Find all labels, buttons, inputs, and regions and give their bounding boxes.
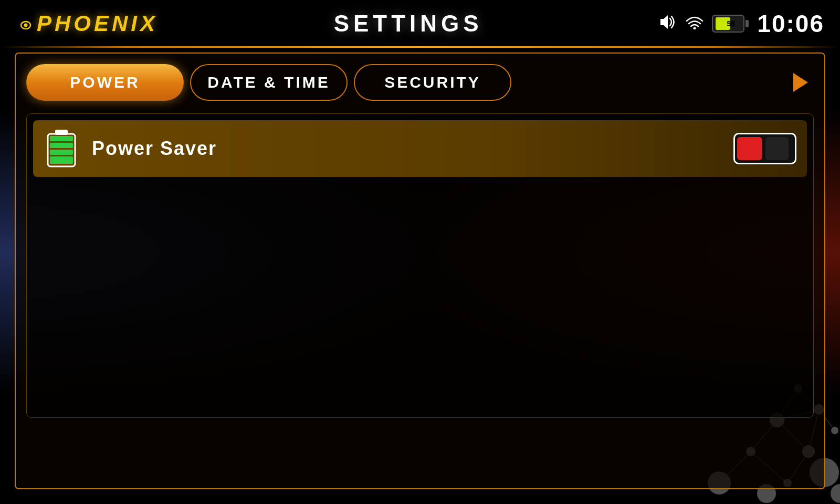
svg-rect-29 bbox=[50, 143, 73, 148]
tab-datetime[interactable]: DATE & TIME bbox=[190, 64, 348, 101]
volume-icon bbox=[658, 14, 677, 34]
main-content: POWER DATE & TIME SECURITY bbox=[15, 52, 825, 489]
svg-marker-24 bbox=[660, 15, 668, 29]
battery-widget: 58 bbox=[712, 15, 749, 33]
power-saver-toggle[interactable] bbox=[733, 133, 796, 164]
toggle-knob bbox=[737, 137, 762, 160]
phoenix-logo-icon bbox=[16, 14, 36, 34]
arrow-right-icon bbox=[793, 73, 808, 92]
status-bar: 58 10:06 bbox=[658, 9, 824, 38]
tab-security[interactable]: SECURITY bbox=[354, 64, 511, 101]
tabs-row: POWER DATE & TIME SECURITY bbox=[26, 64, 814, 101]
top-border-line bbox=[0, 46, 840, 48]
top-bar: PHOENIX SETTINGS 58 bbox=[0, 0, 840, 47]
power-saver-item: Power Saver bbox=[33, 120, 807, 177]
tab-next-arrow[interactable] bbox=[788, 69, 814, 96]
logo: PHOENIX bbox=[16, 11, 158, 36]
clock: 10:06 bbox=[757, 9, 824, 38]
battery-large-icon bbox=[44, 128, 79, 170]
toggle-off-area bbox=[765, 137, 789, 160]
tab-power[interactable]: POWER bbox=[26, 64, 184, 101]
page-title: SETTINGS bbox=[334, 10, 483, 37]
wifi-icon bbox=[686, 15, 704, 33]
content-panel: Power Saver bbox=[26, 113, 814, 418]
svg-point-23 bbox=[24, 24, 28, 27]
svg-point-21 bbox=[831, 484, 840, 503]
power-saver-label: Power Saver bbox=[92, 138, 721, 160]
logo-text: PHOENIX bbox=[37, 11, 158, 36]
svg-point-25 bbox=[694, 27, 696, 29]
svg-rect-28 bbox=[50, 136, 73, 141]
battery-percent: 58 bbox=[716, 19, 746, 28]
svg-rect-31 bbox=[50, 156, 73, 164]
svg-point-17 bbox=[831, 427, 838, 434]
svg-rect-27 bbox=[55, 130, 68, 135]
svg-rect-30 bbox=[50, 150, 73, 155]
